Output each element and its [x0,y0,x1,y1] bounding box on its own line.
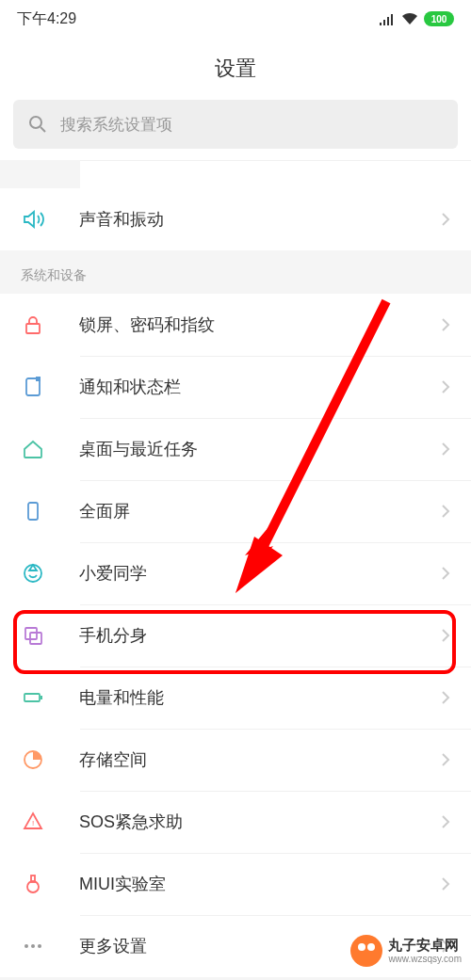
svg-point-15 [24,944,28,948]
page-title: 设置 [0,38,471,100]
notification-icon [21,375,45,399]
more-icon [21,934,45,958]
list-item-fullscreen[interactable]: 全面屏 [0,480,471,542]
svg-line-1 [41,127,45,132]
list-item-desktop[interactable]: 桌面与最近任务 [0,418,471,480]
item-label: 锁屏、密码和指纹 [79,313,441,336]
chevron-right-icon [441,379,450,394]
section-label: 系统和设备 [0,250,471,294]
status-indicators: 100 [379,11,454,26]
chevron-right-icon [441,814,450,829]
chevron-right-icon [441,876,450,892]
chevron-right-icon [441,504,450,519]
list-item-clone[interactable]: 手机分身 [0,604,471,667]
list-item-storage[interactable]: 存储空间 [0,729,471,791]
svg-rect-5 [28,503,38,520]
status-time: 下午4:29 [17,9,76,29]
svg-point-6 [24,565,41,582]
chevron-right-icon [441,317,450,332]
item-label: SOS紧急求助 [79,811,441,833]
item-label: 声音和振动 [79,208,441,231]
battery-perf-icon [21,685,45,710]
watermark: 丸子安卓网 www.wzsqsy.com [350,935,462,967]
watermark-title: 丸子安卓网 [388,938,462,954]
fullscreen-icon [21,499,45,523]
home-icon [21,437,45,461]
svg-rect-4 [36,377,41,381]
search-input[interactable]: 搜索系统设置项 [13,100,458,149]
lab-icon [21,872,45,896]
list-item-notification[interactable]: 通知和状态栏 [0,356,471,418]
item-label: 全面屏 [79,500,441,522]
chevron-right-icon [441,752,450,767]
list-item-sos[interactable]: ! SOS紧急求助 [0,791,471,853]
item-label: MIUI实验室 [79,873,441,895]
wifi-icon [401,12,418,25]
svg-point-16 [31,944,35,948]
sound-icon [21,207,45,232]
chevron-right-icon [441,442,450,457]
list-item-xiaoai[interactable]: 小爱同学 [0,542,471,604]
item-label: 电量和性能 [79,686,441,709]
svg-rect-10 [41,696,42,699]
chevron-right-icon [441,690,450,705]
item-label: 存储空间 [79,748,441,771]
list-item-miui-lab[interactable]: MIUI实验室 [0,853,471,915]
item-label: 手机分身 [79,624,441,647]
watermark-logo-icon [350,935,382,967]
sos-icon: ! [21,810,45,834]
list-item-battery[interactable]: 电量和性能 [0,667,471,729]
xiaoai-icon [21,561,45,586]
search-placeholder: 搜索系统设置项 [60,114,172,136]
svg-point-17 [38,944,41,948]
lock-icon [21,313,45,337]
chevron-right-icon [441,628,450,643]
partial-item-above [80,160,471,188]
chevron-right-icon [441,212,450,227]
list-item-lock[interactable]: 锁屏、密码和指纹 [0,294,471,356]
list-item-sound[interactable]: 声音和振动 [0,188,471,250]
signal-icon [379,12,396,25]
svg-rect-7 [25,628,37,639]
item-label: 小爱同学 [79,562,441,585]
storage-icon [21,747,45,772]
battery-icon: 100 [424,11,454,26]
chevron-right-icon [441,566,450,581]
svg-text:!: ! [32,819,34,827]
search-icon [28,115,47,134]
svg-point-0 [30,117,41,128]
svg-rect-2 [26,324,40,333]
svg-rect-9 [24,694,40,701]
watermark-url: www.wzsqsy.com [388,954,462,964]
status-bar: 下午4:29 100 [0,0,471,38]
item-label: 桌面与最近任务 [79,438,441,460]
svg-rect-8 [30,633,41,644]
item-label: 通知和状态栏 [79,376,441,398]
clone-icon [21,623,45,648]
